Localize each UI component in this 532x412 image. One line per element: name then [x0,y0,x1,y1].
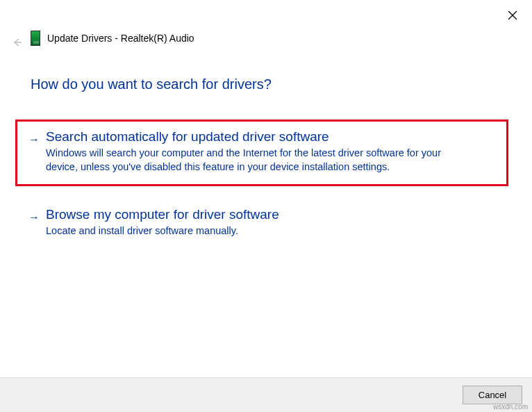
arrow-left-icon [13,38,22,47]
dialog-header: Update Drivers - Realtek(R) Audio [31,31,194,46]
option-title: Search automatically for updated driver … [46,129,329,145]
options-list: → Search automatically for updated drive… [15,120,508,262]
close-button[interactable] [506,8,519,22]
option-description: Locate and install driver software manua… [46,224,456,238]
cancel-button[interactable]: Cancel [463,386,522,404]
option-search-automatically[interactable]: → Search automatically for updated drive… [15,120,508,186]
close-icon [508,10,517,20]
option-description: Windows will search your computer and th… [46,147,456,174]
arrow-right-icon: → [28,212,40,223]
dialog-title: Update Drivers - Realtek(R) Audio [47,33,194,44]
option-browse-computer[interactable]: → Browse my computer for driver software… [15,197,508,251]
option-title: Browse my computer for driver software [46,207,279,222]
watermark: wsxdn.com [493,403,528,411]
dialog-footer: Cancel [0,377,532,412]
arrow-right-icon: → [28,134,40,145]
back-button [10,35,25,50]
device-icon [31,31,40,46]
dialog-prompt: How do you want to search for drivers? [31,76,272,92]
